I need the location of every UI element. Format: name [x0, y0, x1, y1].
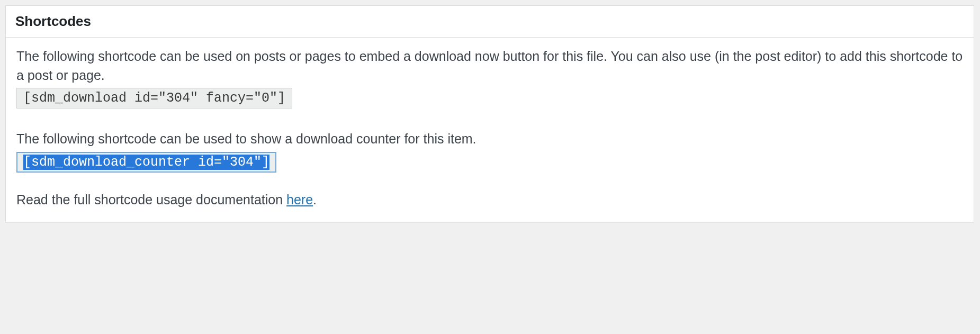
shortcode-download-button[interactable]: [sdm_download id="304" fancy="0"]	[16, 88, 292, 109]
shortcodes-metabox: Shortcodes The following shortcode can b…	[5, 5, 974, 222]
doc-text-suffix: .	[313, 192, 317, 207]
selected-text: [sdm_download_counter id="304"]	[23, 155, 269, 170]
documentation-line: Read the full shortcode usage documentat…	[16, 191, 963, 210]
shortcode-desc-1: The following shortcode can be used on p…	[16, 47, 963, 85]
metabox-content: The following shortcode can be used on p…	[6, 38, 974, 222]
shortcode-download-counter[interactable]: [sdm_download_counter id="304"]	[16, 152, 276, 173]
documentation-link[interactable]: here	[286, 192, 313, 207]
metabox-title: Shortcodes	[15, 13, 964, 30]
doc-text-prefix: Read the full shortcode usage documentat…	[16, 192, 286, 207]
shortcode-desc-2: The following shortcode can be used to s…	[16, 130, 963, 149]
metabox-header: Shortcodes	[6, 6, 974, 38]
